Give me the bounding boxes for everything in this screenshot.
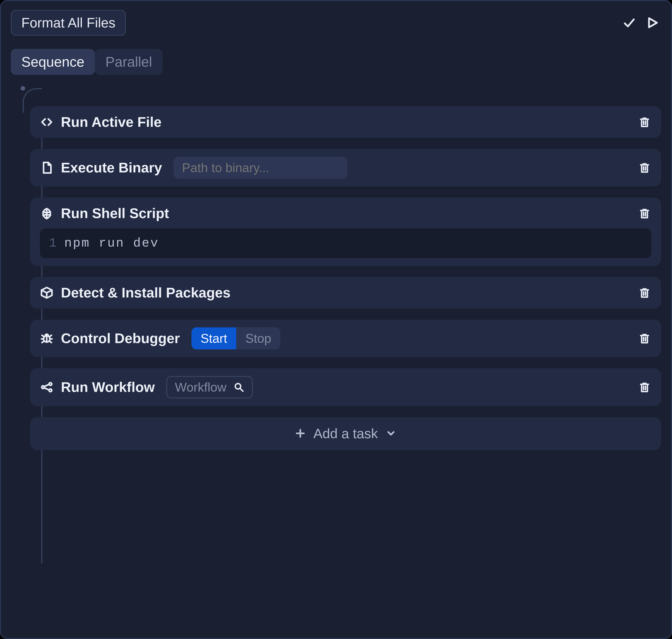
workflow-placeholder: Workflow (175, 380, 227, 394)
confirm-icon[interactable] (621, 14, 638, 31)
flow-area: Run Active File Execute Binary (11, 87, 661, 628)
cube-icon (40, 286, 54, 299)
task-control-debugger[interactable]: Control Debugger Start Stop (30, 320, 661, 357)
task-run-active-file[interactable]: Run Active File (30, 106, 661, 138)
task-title: Run Shell Script (61, 205, 169, 221)
add-task-label: Add a task (314, 426, 378, 441)
task-title: Execute Binary (61, 160, 162, 176)
segment-start[interactable]: Start (192, 327, 236, 349)
task-title: Control Debugger (61, 330, 180, 346)
trash-icon[interactable] (638, 380, 651, 394)
shell-code-editor[interactable]: 1 npm run dev (40, 229, 651, 258)
bug-icon (40, 331, 54, 345)
trash-icon[interactable] (638, 286, 651, 299)
task-list: Run Active File Execute Binary (11, 87, 661, 450)
task-title: Run Active File (61, 114, 162, 130)
shell-icon (40, 206, 54, 220)
trash-icon[interactable] (638, 331, 651, 345)
task-title: Run Workflow (61, 379, 155, 395)
trash-icon[interactable] (638, 161, 651, 174)
file-icon (40, 161, 54, 174)
binary-path-input[interactable] (173, 157, 347, 179)
trash-icon[interactable] (638, 115, 651, 129)
workflow-selector[interactable]: Workflow (166, 376, 253, 399)
task-title: Detect & Install Packages (61, 285, 230, 301)
workflow-editor-panel: Format All Files Sequence Parallel Run A… (0, 0, 672, 639)
workflow-title-chip[interactable]: Format All Files (11, 10, 126, 36)
tab-parallel[interactable]: Parallel (95, 49, 163, 75)
task-execute-binary[interactable]: Execute Binary (30, 149, 661, 186)
task-run-shell[interactable]: Run Shell Script 1 npm run dev (30, 198, 661, 266)
debugger-segments: Start Stop (192, 327, 280, 349)
line-number: 1 (49, 236, 57, 250)
search-icon (233, 382, 244, 393)
task-run-workflow[interactable]: Run Workflow Workflow (30, 368, 661, 406)
tab-sequence[interactable]: Sequence (11, 49, 95, 75)
add-task-button[interactable]: Add a task (30, 417, 661, 450)
shell-code-text: npm run dev (64, 236, 159, 250)
chevron-down-icon (385, 428, 396, 439)
play-icon[interactable] (644, 14, 661, 31)
plus-icon (295, 428, 306, 439)
header: Format All Files (11, 9, 661, 37)
task-detect-install[interactable]: Detect & Install Packages (30, 277, 661, 309)
segment-stop[interactable]: Stop (236, 327, 280, 349)
mode-tabs: Sequence Parallel (11, 49, 661, 75)
trash-icon[interactable] (638, 206, 651, 220)
code-icon (40, 115, 54, 129)
workflow-icon (40, 380, 54, 394)
